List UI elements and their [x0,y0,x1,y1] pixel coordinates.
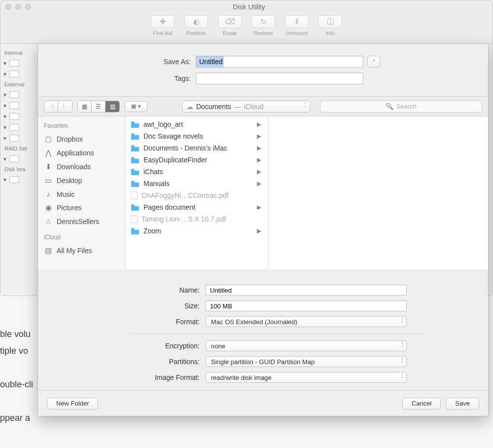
sidebar-disk-item[interactable]: ▼ [0,153,37,164]
sidebar-item-applications[interactable]: ⋀Applications [38,146,125,160]
toolbar-info[interactable]: ⓘInfo [316,15,345,36]
disclosure-icon: ▼ [2,125,7,130]
file-name: Documents - Dennis's iMac [143,144,227,152]
columns-icon: ▥ [110,103,115,110]
name-input[interactable] [206,285,407,296]
collapse-expand-button[interactable]: ˄ [367,56,380,68]
image-format-select[interactable]: read/write disk image ˄˅ [206,372,407,383]
file-row[interactable]: Zoom▶ [126,225,268,237]
sidebar-item-label: Applications [57,149,94,157]
file-row[interactable]: awt_logo_art▶ [126,118,268,130]
sidebar-disk-item[interactable]: ▼ [0,133,37,144]
new-folder-button[interactable]: New Folder [47,398,98,410]
sidebar-item-dropbox[interactable]: ▢Dropbox [38,132,125,146]
forward-button[interactable]: 〉 [58,101,72,112]
format-select[interactable]: Mac OS Extended (Journaled) ˄˅ [206,316,407,327]
toolbar-restore[interactable]: ↻Restore [248,15,278,36]
sidebar-disk-item[interactable]: ▼ [0,174,37,185]
home-icon: ⌂ [44,217,53,225]
sidebar-disk-item[interactable]: ▼ [0,69,37,79]
info-icon: ⓘ [318,15,342,28]
location-popup[interactable]: ☁ Documents — iCloud ˄˅ [182,101,310,112]
sidebar-item-music[interactable]: ♪Music [38,187,125,201]
file-row[interactable]: OnAFoggyNi…CContrac.pdf [126,189,268,201]
zoom-icon[interactable] [25,4,31,10]
image-format-label: Image Format: [68,373,206,381]
sidebar-item-label: Downloads [57,163,91,171]
tags-input[interactable] [196,73,363,84]
disclosure-icon: ▼ [2,177,7,183]
sidebar-disk-item[interactable]: ▼ [0,89,37,100]
file-row[interactable]: EasyDuplicateFinder▶ [126,154,268,166]
toolbar: ✚First Aid◐Partition⌫Erase↻Restore⇞Unmou… [0,13,493,44]
file-row[interactable]: Pages document▶ [126,201,268,213]
sidebar-item-desktop[interactable]: ▭Desktop [38,174,125,187]
partition-icon: ◐ [184,15,208,28]
toolbar-erase[interactable]: ⌫Erase [215,15,245,36]
desktop-icon: ▭ [44,176,53,185]
updown-icon: ˄˅ [304,103,307,110]
sidebar-item-label: Music [57,190,75,198]
column-view-button[interactable]: ▥ [106,101,119,112]
nav-buttons: 〈 〉 [44,101,72,112]
sidebar-section: RAID Set [0,144,37,153]
sidebar-section: External [0,79,37,89]
disk-icon [9,124,19,131]
chevron-right-icon: 〉 [62,102,68,111]
sidebar-favorites: Favorites▢Dropbox⋀Applications⬇Downloads… [38,116,126,269]
toolbar-first-aid[interactable]: ✚First Aid [148,15,177,36]
sidebar-item-pictures[interactable]: ◉Pictures [38,201,125,215]
sidebar-item-all-my-files[interactable]: ▤All My Files [38,244,125,258]
file-list-column: awt_logo_art▶Doc Savage novels▶Documents… [126,116,269,269]
file-row[interactable]: Documents - Dennis's iMac▶ [126,142,268,154]
minimize-icon[interactable] [15,4,21,10]
file-row[interactable]: Doc Savage novels▶ [126,130,268,142]
arrange-button[interactable]: ▦ ▾ [125,101,147,112]
size-input[interactable] [206,300,407,311]
document-icon [131,191,138,199]
sidebar-item-label: Desktop [57,177,82,185]
sidebar-item-dennissellers[interactable]: ⌂DennisSellers [38,215,125,228]
folder-icon [131,156,140,163]
sheet-footer: New Folder Cancel Save [38,390,488,416]
save-button[interactable]: Save [446,398,479,410]
allfiles-icon: ▤ [44,246,53,255]
sidebar-item-downloads[interactable]: ⬇Downloads [38,160,125,174]
back-button[interactable]: 〈 [44,101,58,112]
folder-icon [131,180,140,187]
sidebar-disk-item[interactable]: ▼ [0,111,37,122]
file-name: Taming Lion-…S X 10.7.pdf [141,215,226,223]
toolbar-unmount[interactable]: ⇞Unmount [282,15,312,36]
disk-sidebar: Internal▼▼External▼▼▼▼▼RAID Set▼Disk Ima… [0,44,38,296]
sheet-header: Save As: ˄ Tags: [38,44,488,97]
window-controls[interactable] [5,4,31,10]
file-browser: Favorites▢Dropbox⋀Applications⬇Downloads… [38,116,488,269]
save-as-label: Save As: [48,58,196,66]
disclosure-icon: ▼ [2,136,7,141]
view-switcher: ▦ ☰ ▥ [77,101,120,112]
cancel-button[interactable]: Cancel [402,398,441,410]
disk-icon [9,176,19,183]
sidebar-disk-item[interactable]: ▼ [0,100,37,111]
search-input[interactable]: 🔍 Search [320,101,482,112]
file-row[interactable]: Taming Lion-…S X 10.7.pdf [126,213,268,225]
sidebar-disk-item[interactable]: ▼ [0,122,37,133]
format-label: Format: [68,318,206,326]
list-view-button[interactable]: ☰ [92,101,106,112]
pictures-icon: ◉ [44,203,53,212]
file-row[interactable]: iChats▶ [126,166,268,178]
encryption-label: Encryption: [68,342,206,350]
downloads-icon: ⬇ [44,162,53,171]
close-icon[interactable] [5,4,11,10]
folder-icon [131,227,140,234]
encryption-select[interactable]: none ˄˅ [206,340,407,351]
grid-icon: ▦ [82,103,87,110]
toolbar-partition[interactable]: ◐Partition [181,15,211,36]
sidebar-item-label: Pictures [57,204,82,212]
chevron-right-icon: ▶ [257,180,263,187]
file-row[interactable]: Manuals▶ [126,178,268,189]
icon-view-button[interactable]: ▦ [78,101,92,112]
sidebar-disk-item[interactable]: ▼ [0,58,37,69]
partitions-select[interactable]: Single partition - GUID Partition Map ˄˅ [206,356,407,367]
save-as-input[interactable] [196,56,363,68]
